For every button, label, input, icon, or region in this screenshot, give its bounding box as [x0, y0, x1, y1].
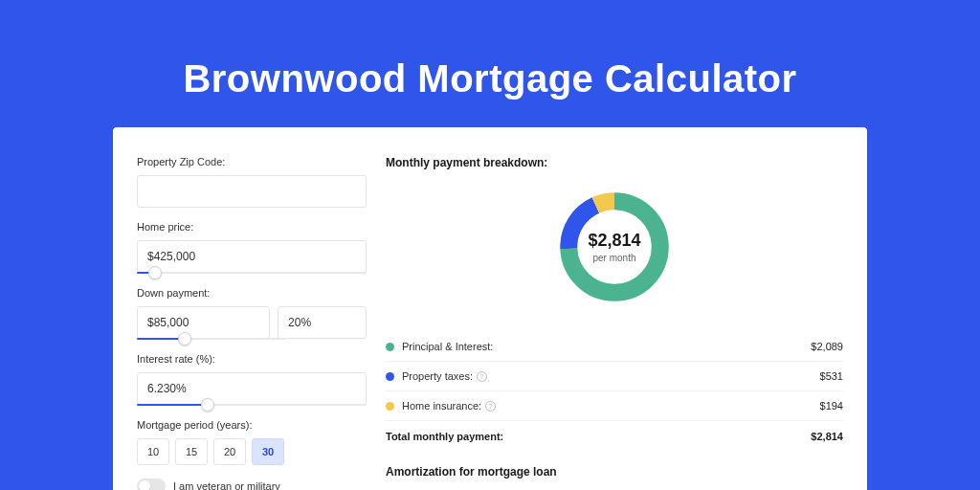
- home-price-field-group: Home price:: [137, 221, 367, 274]
- interest-input[interactable]: [137, 372, 367, 405]
- period-option-15[interactable]: 15: [175, 438, 208, 465]
- zip-label: Property Zip Code:: [137, 156, 367, 167]
- home-price-label: Home price:: [137, 221, 367, 233]
- period-field-group: Mortgage period (years): 10 15 20 30: [137, 419, 367, 465]
- legend-dot: [386, 343, 394, 351]
- veteran-toggle-label: I am veteran or military: [173, 480, 280, 490]
- period-options: 10 15 20 30: [137, 438, 367, 465]
- down-payment-slider[interactable]: [137, 338, 286, 340]
- legend-value: $2,089: [811, 341, 843, 352]
- total-label: Total monthly payment:: [386, 431, 811, 442]
- period-option-30[interactable]: 30: [252, 438, 284, 465]
- page-title: Brownwood Mortgage Calculator: [0, 0, 980, 127]
- calculator-card: Property Zip Code: Home price: Down paym…: [113, 127, 867, 490]
- donut-sub: per month: [592, 253, 635, 263]
- interest-field-group: Interest rate (%):: [137, 353, 367, 406]
- legend-value: $194: [820, 400, 843, 412]
- legend-value: $531: [820, 370, 843, 382]
- amortization-heading: Amortization for mortgage loan: [386, 465, 843, 479]
- slider-thumb[interactable]: [201, 398, 214, 412]
- donut-chart-wrap: $2,814 per month: [386, 187, 843, 307]
- slider-thumb[interactable]: [178, 332, 191, 345]
- period-label: Mortgage period (years):: [137, 419, 367, 431]
- slider-thumb[interactable]: [148, 266, 162, 279]
- interest-label: Interest rate (%):: [137, 353, 367, 365]
- breakdown-panel: Monthly payment breakdown: $2,814 per mo…: [386, 156, 843, 490]
- down-payment-field-group: Down payment:: [137, 287, 367, 340]
- zip-field-group: Property Zip Code:: [137, 156, 367, 208]
- info-icon[interactable]: ?: [477, 371, 487, 382]
- down-payment-pct-input[interactable]: [278, 306, 367, 339]
- period-option-10[interactable]: 10: [137, 438, 169, 465]
- legend-row-principal: Principal & Interest: $2,089: [386, 332, 843, 362]
- total-value: $2,814: [811, 431, 843, 442]
- legend-label: Home insurance: ?: [402, 400, 820, 412]
- interest-slider[interactable]: [137, 404, 367, 406]
- legend-label: Property taxes: ?: [402, 370, 820, 382]
- legend-row-taxes: Property taxes: ? $531: [386, 362, 843, 391]
- legend-dot: [386, 372, 394, 381]
- down-payment-label: Down payment:: [137, 287, 367, 299]
- down-payment-amount-input[interactable]: [137, 306, 270, 339]
- info-icon[interactable]: ?: [485, 401, 496, 412]
- donut-chart: $2,814 per month: [554, 187, 675, 307]
- toggle-knob: [139, 480, 150, 490]
- home-price-input[interactable]: [137, 240, 367, 273]
- donut-center: $2,814 per month: [554, 187, 675, 307]
- veteran-toggle[interactable]: [137, 479, 166, 490]
- breakdown-title: Monthly payment breakdown:: [386, 156, 843, 169]
- home-price-slider[interactable]: [137, 272, 367, 274]
- zip-input[interactable]: [137, 175, 367, 208]
- input-panel: Property Zip Code: Home price: Down paym…: [137, 156, 367, 490]
- veteran-toggle-row: I am veteran or military: [137, 479, 367, 490]
- total-row: Total monthly payment: $2,814: [386, 421, 843, 456]
- donut-amount: $2,814: [588, 231, 640, 251]
- legend-dot: [386, 402, 394, 411]
- legend-label: Principal & Interest:: [402, 341, 811, 352]
- period-option-20[interactable]: 20: [213, 438, 246, 465]
- legend-row-insurance: Home insurance: ? $194: [386, 391, 843, 421]
